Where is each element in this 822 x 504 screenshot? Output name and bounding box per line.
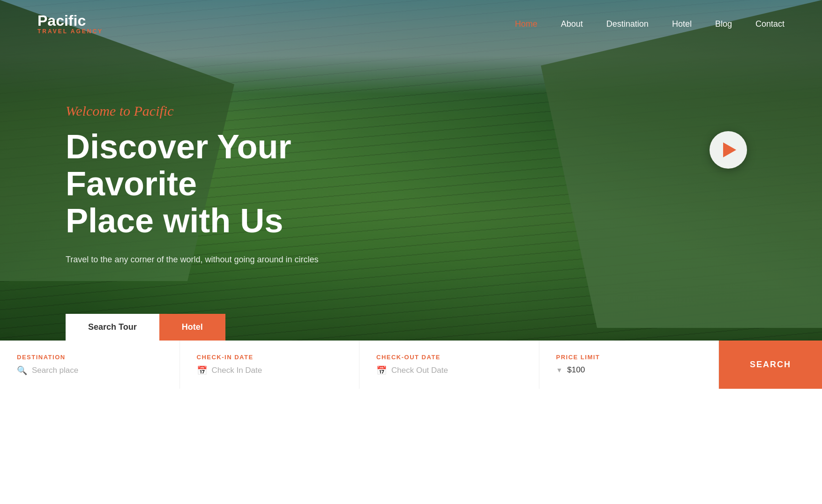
checkin-placeholder: Check In Date [212, 366, 262, 375]
price-field: PRICE LIMIT ▼ $100 [539, 341, 719, 389]
checkout-input-wrapper[interactable]: 📅 Check Out Date [376, 365, 522, 376]
calendar-icon: 📅 [197, 365, 207, 376]
price-input-wrapper[interactable]: ▼ $100 [556, 365, 702, 375]
search-button[interactable]: SEARCH [719, 341, 822, 389]
nav-item-blog[interactable]: Blog [715, 19, 732, 29]
checkout-field: CHECK-OUT DATE 📅 Check Out Date [359, 341, 539, 389]
hero-title-line1: Discover Your Favorite [66, 128, 291, 202]
checkout-placeholder: Check Out Date [391, 366, 448, 375]
search-panel: Search Tour Hotel DESTINATION 🔍 Search p… [0, 314, 822, 389]
nav-item-home[interactable]: Home [515, 19, 538, 29]
price-label: PRICE LIMIT [556, 354, 702, 361]
search-icon: 🔍 [17, 365, 27, 376]
nav-item-destination[interactable]: Destination [606, 19, 649, 29]
nav-link-blog[interactable]: Blog [715, 19, 732, 29]
destination-label: DESTINATION [17, 354, 163, 361]
chevron-down-icon: ▼ [556, 366, 563, 374]
logo-tagline: TRAVEL AGENCY [37, 28, 103, 35]
hero-title-line2: Place with Us [66, 202, 283, 239]
logo: Pacific TRAVEL AGENCY [37, 13, 103, 35]
checkin-input-wrapper[interactable]: 📅 Check In Date [197, 365, 343, 376]
price-value: $100 [567, 365, 585, 375]
destination-placeholder: Search place [32, 366, 78, 375]
nav-links: Home About Destination Hotel Blog Contac… [515, 19, 785, 29]
search-tabs: Search Tour Hotel [66, 314, 822, 341]
navbar: Pacific TRAVEL AGENCY Home About Destina… [0, 0, 822, 48]
nav-link-destination[interactable]: Destination [606, 19, 649, 29]
welcome-text: Welcome to Pacific [66, 103, 417, 119]
calendar-icon-2: 📅 [376, 365, 387, 376]
hero-subtitle: Travel to the any corner of the world, w… [66, 253, 417, 267]
hero-section: Pacific TRAVEL AGENCY Home About Destina… [0, 0, 822, 389]
nav-item-contact[interactable]: Contact [755, 19, 785, 29]
checkout-label: CHECK-OUT DATE [376, 354, 522, 361]
tab-hotel[interactable]: Hotel [159, 314, 225, 341]
destination-input-wrapper[interactable]: 🔍 Search place [17, 365, 163, 376]
hero-content: Welcome to Pacific Discover Your Favorit… [66, 103, 417, 266]
nav-link-about[interactable]: About [561, 19, 583, 29]
nav-item-hotel[interactable]: Hotel [672, 19, 692, 29]
checkin-label: CHECK-IN DATE [197, 354, 343, 361]
checkin-field: CHECK-IN DATE 📅 Check In Date [180, 341, 360, 389]
hero-title: Discover Your Favorite Place with Us [66, 128, 417, 240]
nav-link-home[interactable]: Home [515, 19, 538, 29]
search-form: DESTINATION 🔍 Search place CHECK-IN DATE… [0, 341, 822, 389]
nav-link-hotel[interactable]: Hotel [672, 19, 692, 29]
nav-item-about[interactable]: About [561, 19, 583, 29]
nav-link-contact[interactable]: Contact [755, 19, 785, 29]
play-button[interactable] [710, 131, 747, 169]
logo-name: Pacific [37, 13, 103, 28]
tab-search-tour[interactable]: Search Tour [66, 314, 159, 341]
destination-field: DESTINATION 🔍 Search place [0, 341, 180, 389]
